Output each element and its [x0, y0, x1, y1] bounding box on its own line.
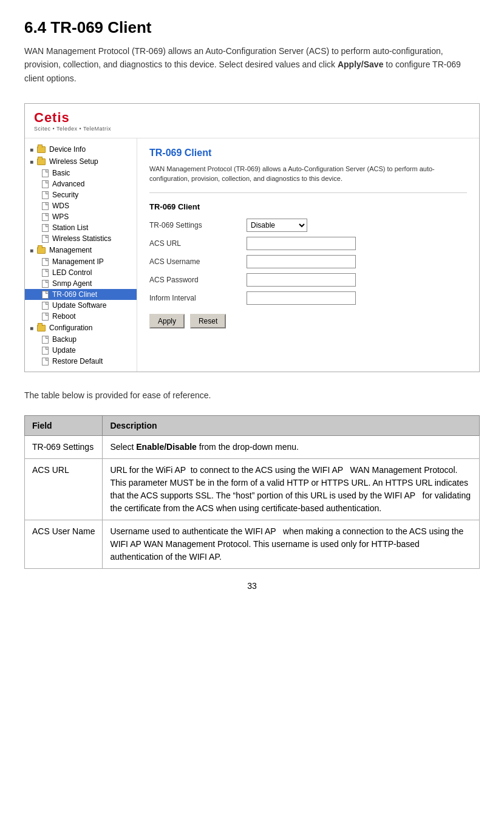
form-row-acs-url: ACS URL: [149, 237, 467, 250]
sidebar-label-wps: WPS: [52, 212, 69, 221]
form-row-acs-password: ACS Password: [149, 273, 467, 287]
sidebar-label-update-software: Update Software: [52, 301, 106, 310]
sidebar-item-wps[interactable]: WPS: [25, 211, 137, 222]
sidebar-item-advanced[interactable]: Advanced: [25, 178, 137, 189]
panel-title: TR-069 Client: [149, 148, 467, 158]
sidebar-label-wireless-statistics: Wireless Statistics: [52, 234, 111, 243]
doc-icon-restore: [42, 358, 49, 365]
apply-button[interactable]: Apply: [149, 314, 185, 328]
folder-icon-wireless: [37, 158, 46, 165]
sidebar-item-basic[interactable]: Basic: [25, 168, 137, 178]
sidebar-label-advanced: Advanced: [52, 180, 84, 188]
sidebar-label-tr069: TR-069 Clinet: [52, 290, 97, 299]
label-inform-interval: Inform Interval: [149, 294, 247, 302]
main-panel: TR-069 Client WAN Management Protocol (T…: [137, 138, 479, 372]
doc-icon-update-sw: [42, 302, 49, 310]
sidebar-item-reboot[interactable]: Reboot: [25, 311, 137, 322]
sidebar-label-basic: Basic: [52, 169, 70, 177]
table-cell-field-2: ACS URL: [25, 459, 103, 520]
sidebar-label-station-list: Station List: [52, 223, 88, 232]
doc-icon-led: [42, 269, 49, 277]
logo-brand: Cetis: [34, 110, 470, 126]
button-row: Apply Reset: [149, 314, 467, 328]
intro-paragraph: WAN Management Protocol (TR-069) allows …: [24, 44, 480, 85]
input-acs-url[interactable]: [247, 237, 356, 250]
label-acs-password: ACS Password: [149, 276, 247, 284]
form-row-acs-username: ACS Username: [149, 255, 467, 268]
sidebar-label-snmp-agent: Snmp Agent: [52, 279, 92, 288]
table-header-field: Field: [25, 416, 103, 436]
page-number: 33: [24, 581, 480, 591]
form-row-tr069-settings: TR-069 Settings Disable Enable: [149, 219, 467, 232]
sidebar-label-management: Management: [49, 246, 92, 254]
sidebar-item-restore-default[interactable]: Restore Default: [25, 356, 137, 367]
doc-icon-security: [42, 191, 49, 199]
table-cell-desc-2: URL for the WiFi AP to connect to the AC…: [103, 459, 480, 520]
sidebar-item-configuration[interactable]: ■ Configuration: [25, 322, 137, 334]
sidebar-item-management-ip[interactable]: Management IP: [25, 256, 137, 267]
label-acs-url: ACS URL: [149, 239, 247, 248]
sidebar-item-update-software[interactable]: Update Software: [25, 300, 137, 311]
page-title: 6.4 TR-069 Client: [24, 18, 480, 37]
doc-icon-reboot: [42, 313, 49, 321]
table-row: ACS URL URL for the WiFi AP to connect t…: [25, 459, 480, 520]
collapse-icon-wireless: ■: [30, 158, 33, 165]
doc-icon-snmp: [42, 280, 49, 288]
table-cell-desc-3: Username used to authenticate the WIFI A…: [103, 520, 480, 569]
sidebar-label-device-info: Device Info: [49, 145, 86, 154]
sidebar-item-backup[interactable]: Backup: [25, 334, 137, 345]
doc-icon-wps: [42, 213, 49, 221]
reference-table: Field Description TR-069 Settings Select…: [24, 415, 480, 569]
sidebar-label-wds: WDS: [52, 202, 69, 210]
label-tr069-settings: TR-069 Settings: [149, 221, 247, 229]
sidebar-item-update[interactable]: Update: [25, 345, 137, 356]
doc-icon-mgmt-ip: [42, 258, 49, 266]
sidebar-label-backup: Backup: [52, 335, 77, 344]
sidebar-item-wireless-statistics[interactable]: Wireless Statistics: [25, 233, 137, 244]
sidebar-label-security: Security: [52, 191, 78, 199]
doc-icon-tr069: [42, 291, 49, 299]
sidebar-item-management[interactable]: ■ Management: [25, 244, 137, 256]
table-header-description: Description: [103, 416, 480, 436]
sidebar-item-led-control[interactable]: LED Control: [25, 267, 137, 278]
collapse-icon: ■: [30, 146, 33, 153]
table-row: TR-069 Settings Select Enable/Disable fr…: [25, 436, 480, 459]
input-acs-password[interactable]: [247, 273, 356, 287]
reset-button[interactable]: Reset: [190, 314, 226, 328]
table-cell-field-3: ACS User Name: [25, 520, 103, 569]
sidebar: ■ Device Info ■ Wireless Setup Basic Adv…: [25, 138, 137, 372]
select-tr069-settings[interactable]: Disable Enable: [247, 219, 307, 232]
sidebar-item-station-list[interactable]: Station List: [25, 222, 137, 233]
sidebar-item-device-info[interactable]: ■ Device Info: [25, 143, 137, 155]
sidebar-item-security[interactable]: Security: [25, 189, 137, 200]
sidebar-item-tr069[interactable]: TR-069 Clinet: [25, 289, 137, 300]
sidebar-label-reboot: Reboot: [52, 312, 76, 321]
form-row-inform-interval: Inform Interval: [149, 291, 467, 305]
input-acs-username[interactable]: [247, 255, 356, 268]
label-acs-username: ACS Username: [149, 257, 247, 266]
sidebar-label-wireless-setup: Wireless Setup: [49, 157, 98, 166]
sidebar-item-wireless-setup[interactable]: ■ Wireless Setup: [25, 155, 137, 168]
panel-description: WAN Management Protocol (TR-069) allows …: [149, 165, 467, 183]
folder-icon-management: [37, 247, 46, 254]
screenshot-inner: ■ Device Info ■ Wireless Setup Basic Adv…: [25, 138, 479, 372]
sidebar-label-management-ip: Management IP: [52, 257, 104, 266]
intro-bold: Apply/Save: [338, 59, 383, 69]
collapse-icon-management: ■: [30, 247, 33, 254]
sidebar-item-wds[interactable]: WDS: [25, 200, 137, 211]
reference-text: The table below is provided for ease of …: [24, 390, 480, 400]
doc-icon-wds: [42, 202, 49, 210]
doc-icon-advanced: [42, 180, 49, 188]
doc-icon-update: [42, 347, 49, 355]
folder-icon: [37, 146, 46, 153]
logo-area: Cetis Scitec • Teledex • TeleMatrix: [25, 104, 479, 138]
input-inform-interval[interactable]: [247, 291, 356, 305]
sidebar-label-restore-default: Restore Default: [52, 357, 103, 365]
table-row: ACS User Name Username used to authentic…: [25, 520, 480, 569]
divider: [149, 192, 467, 193]
folder-icon-config: [37, 325, 46, 331]
sidebar-item-snmp-agent[interactable]: Snmp Agent: [25, 278, 137, 289]
doc-icon-basic: [42, 169, 49, 177]
sidebar-label-configuration: Configuration: [49, 324, 92, 332]
collapse-icon-config: ■: [30, 325, 33, 331]
